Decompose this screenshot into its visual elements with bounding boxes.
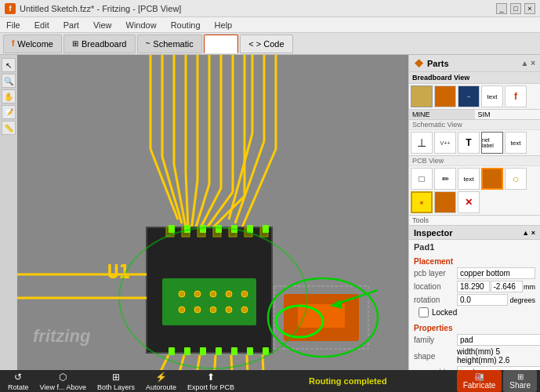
menu-bar: File Edit Part View Window Routing Help: [0, 17, 540, 33]
routing-message: Routing completed: [241, 376, 455, 386]
tab-breadboard[interactable]: ⊞ Breadboard: [63, 34, 136, 53]
fabricate-button[interactable]: 🏭 Fabricate: [457, 370, 502, 392]
svg-rect-43: [200, 347, 206, 355]
sidebar-btn-ruler[interactable]: 📏: [2, 121, 16, 135]
svg-rect-34: [169, 225, 175, 233]
svg-point-55: [210, 307, 216, 313]
part-pcb-x[interactable]: ✕: [458, 191, 480, 213]
both-layers-icon: ⊞: [112, 372, 120, 383]
menu-help[interactable]: Help: [212, 20, 236, 31]
rotate-icon: ↺: [14, 372, 22, 383]
rotate-label: Rotate: [8, 383, 29, 391]
svg-point-56: [226, 307, 232, 313]
part-f[interactable]: f: [505, 85, 527, 107]
tab-welcome[interactable]: f Welcome: [3, 34, 62, 53]
sidebar-btn-pan[interactable]: ✋: [2, 89, 16, 103]
family-row: family: [414, 334, 535, 346]
pcb-layer-row: pcb layer copper bottom copper top: [414, 267, 535, 279]
rotation-row: rotation degrees: [414, 294, 535, 306]
menu-file[interactable]: File: [3, 20, 24, 31]
maximize-button[interactable]: □: [510, 3, 521, 14]
placement-title: Placement: [414, 257, 535, 266]
part-vcc[interactable]: V++: [434, 132, 456, 154]
svg-rect-45: [231, 347, 237, 355]
svg-point-53: [179, 307, 185, 313]
svg-text:U1: U1: [107, 261, 130, 283]
minimize-button[interactable]: _: [496, 3, 507, 14]
left-sidebar: ↖ 🔍 ✋ 📝 📏: [0, 55, 17, 370]
sidebar-btn-zoom[interactable]: 🔍: [2, 74, 16, 88]
svg-rect-37: [216, 225, 222, 233]
both-layers-button[interactable]: ⊞ Both Layers: [92, 370, 140, 393]
part-resistor[interactable]: ⊥: [411, 132, 433, 154]
close-button[interactable]: ×: [524, 3, 535, 14]
inspector-close[interactable]: ▲ ×: [522, 229, 535, 237]
tab-code[interactable]: < > Code: [240, 34, 292, 53]
title-bar: f Untitled Sketch.fzz* - Fritzing - [PCB…: [0, 0, 540, 17]
autoroute-button[interactable]: ⚡ Autoroute: [141, 370, 181, 393]
shape-label: shape: [414, 352, 457, 361]
rotate-button[interactable]: ↺ Rotate: [3, 370, 34, 393]
svg-point-49: [194, 291, 201, 297]
pcb-layer-select[interactable]: copper bottom copper top: [457, 267, 535, 279]
rotation-input[interactable]: [457, 294, 508, 306]
location-y-input[interactable]: [491, 281, 524, 292]
properties-title: Properties: [414, 324, 535, 332]
svg-rect-46: [247, 347, 253, 355]
part-pcb-text[interactable]: text: [458, 168, 480, 190]
schematic-tab-icon: ~: [146, 39, 150, 48]
part-pcb-orange2[interactable]: [434, 191, 456, 213]
part-breadboard[interactable]: [411, 85, 433, 107]
parts-panel-close[interactable]: ▲ ×: [520, 59, 535, 67]
menu-routing[interactable]: Routing: [168, 20, 204, 31]
location-x-input[interactable]: [457, 281, 490, 292]
share-button[interactable]: ⊞ Share: [503, 370, 537, 392]
part-orange[interactable]: [434, 85, 456, 107]
svg-rect-26: [162, 278, 256, 325]
inspector-title: Inspector: [414, 228, 453, 238]
part-T[interactable]: T: [458, 132, 480, 154]
sidebar-btn-note[interactable]: 📝: [2, 105, 16, 119]
inspector-panel: Inspector ▲ × Pad1 Placement pcb layer c…: [409, 225, 540, 370]
svg-point-51: [226, 291, 232, 297]
view-above-button[interactable]: ⬡ View f... Above: [35, 370, 91, 393]
tabs-bar: f Welcome ⊞ Breadboard ~ Schematic PCB <…: [0, 33, 540, 55]
part-pcb-pad[interactable]: ▪: [411, 191, 433, 213]
part-pcb-circle[interactable]: ○: [505, 168, 527, 190]
mine-tab[interactable]: MINE: [409, 110, 475, 119]
view-above-label: View f... Above: [40, 383, 86, 391]
shape-value: width(mm) 5height(mm) 2.6: [457, 347, 535, 365]
part-blue[interactable]: ~: [458, 85, 480, 107]
autoroute-icon: ⚡: [155, 372, 167, 383]
inspector-properties-section: Properties family shape width(mm) 5heigh…: [409, 321, 540, 370]
family-input[interactable]: [457, 334, 540, 346]
locked-checkbox[interactable]: [419, 307, 429, 318]
menu-edit[interactable]: Edit: [31, 20, 53, 31]
parts-panel-icon: ❖: [414, 57, 424, 70]
menu-part[interactable]: Part: [60, 20, 82, 31]
export-pcb-button[interactable]: ⬆ Export for PCB: [183, 370, 239, 393]
svg-rect-36: [200, 225, 206, 233]
parts-panel-title: Parts: [427, 59, 449, 68]
part-pcb-white[interactable]: □: [411, 168, 433, 190]
part-netlabel[interactable]: net label: [481, 132, 503, 154]
share-icon: ⊞: [517, 372, 524, 381]
tab-schematic-label: Schematic: [153, 39, 193, 49]
window-controls[interactable]: _ □ ×: [496, 3, 535, 14]
sidebar-btn-pointer[interactable]: ↖: [2, 58, 16, 72]
part-pcb-pen[interactable]: ✏: [434, 168, 456, 190]
part-pcb-orange-sq[interactable]: [481, 168, 503, 190]
tools-label: Tools: [409, 216, 540, 225]
inspector-placement-section: Placement pcb layer copper bottom copper…: [409, 254, 540, 321]
menu-window[interactable]: Window: [123, 20, 160, 31]
tab-pcb[interactable]: PCB: [204, 34, 239, 53]
part-text-sch[interactable]: text: [505, 132, 527, 154]
inspector-header: Inspector ▲ ×: [409, 226, 540, 240]
pcb-canvas[interactable]: U1 fritzin: [17, 55, 408, 370]
sim-tab[interactable]: SIM: [475, 110, 541, 119]
tab-code-label: < > Code: [248, 39, 284, 49]
part-text1[interactable]: text: [481, 85, 503, 107]
tab-schematic[interactable]: ~ Schematic: [137, 34, 202, 53]
menu-view[interactable]: View: [90, 20, 115, 31]
welcome-tab-icon: f: [12, 39, 14, 48]
